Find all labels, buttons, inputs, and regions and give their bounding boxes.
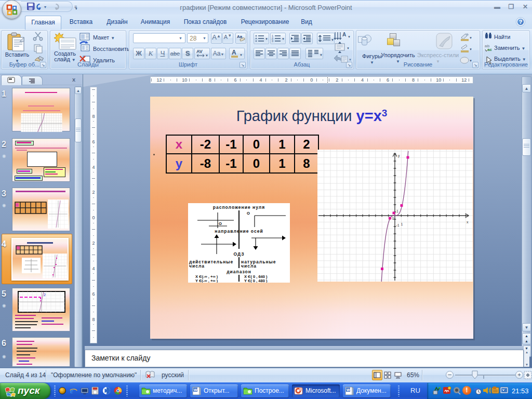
svg-text:▼: ▼	[205, 54, 208, 57]
svg-text:▼: ▼	[347, 47, 350, 50]
svg-text:диапазон: диапазон	[227, 269, 251, 274]
svg-text:ac: ac	[487, 47, 492, 52]
svg-text:▼: ▼	[320, 54, 323, 57]
svg-text:W: W	[194, 388, 197, 392]
svg-text:▾: ▾	[44, 5, 46, 9]
svg-text:A: A	[232, 49, 236, 56]
svg-text:числа: числа	[241, 263, 257, 269]
svg-text:Y Є( 0 , 480 ): Y Є( 0 , 480 )	[244, 278, 268, 283]
svg-text:▼: ▼	[348, 35, 351, 38]
svg-text:Y Є(-∞ , +∞ ): Y Є(-∞ , +∞ )	[195, 278, 218, 283]
svg-text:AV: AV	[196, 49, 203, 54]
svg-text:1: 1	[396, 209, 398, 213]
svg-text:▼: ▼	[265, 37, 268, 41]
svg-text:e: e	[70, 387, 74, 395]
svg-text:0: 0	[392, 217, 394, 220]
svg-text:1: 1	[401, 222, 403, 226]
svg-text:O: O	[219, 221, 222, 226]
svg-text:y: y	[398, 154, 400, 158]
svg-text:A: A	[342, 32, 346, 37]
svg-text:расположение нуля: расположение нуля	[213, 205, 265, 210]
svg-text:ОДЗ: ОДЗ	[234, 251, 245, 257]
svg-text:O: O	[247, 211, 250, 216]
svg-text:числа: числа	[189, 263, 205, 269]
svg-text:▼: ▼	[349, 58, 352, 61]
svg-text:W: W	[347, 388, 350, 392]
svg-text:3: 3	[272, 39, 273, 43]
svg-text:2: 2	[44, 293, 46, 297]
svg-text:▼: ▼	[469, 59, 472, 62]
svg-text:▼: ▼	[469, 36, 472, 39]
svg-text:▼: ▼	[469, 48, 472, 51]
svg-text:▼: ▼	[240, 54, 243, 57]
svg-text:▼: ▼	[282, 37, 285, 41]
svg-text:x: x	[467, 220, 469, 224]
svg-text:-1: -1	[396, 223, 400, 227]
